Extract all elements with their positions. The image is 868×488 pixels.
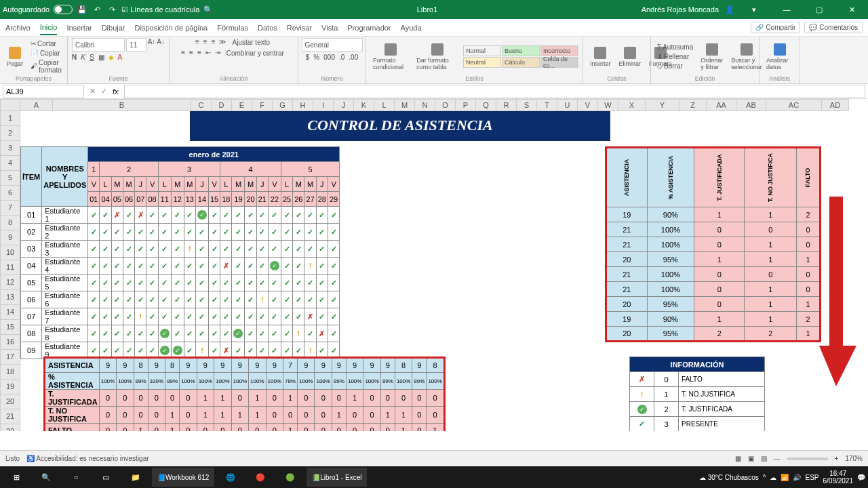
row-header[interactable]: 11	[0, 260, 20, 275]
maximize-icon[interactable]: ▢	[806, 0, 833, 19]
redo-icon[interactable]: ↷	[106, 4, 117, 15]
col-header[interactable]: F	[252, 99, 273, 111]
comments-button[interactable]: 💬 Comentarios	[804, 22, 863, 33]
paste-button[interactable]: Pegar	[4, 45, 26, 68]
col-header[interactable]: L	[374, 99, 395, 111]
fx-accept-icon[interactable]: ✓	[98, 87, 110, 96]
col-header[interactable]: R	[496, 99, 517, 111]
row-header[interactable]: 2	[0, 126, 20, 141]
app-icon[interactable]: 🟢	[277, 468, 304, 487]
analyze-button[interactable]: Analizar datos	[764, 42, 795, 72]
row-header[interactable]: 9	[0, 230, 20, 245]
menu-ayuda[interactable]: Ayuda	[401, 24, 422, 32]
menu-insertar[interactable]: Insertar	[66, 24, 92, 32]
col-header[interactable]: S	[517, 99, 537, 111]
row-header[interactable]: 18	[0, 365, 20, 380]
taskbar-excel[interactable]: 📗 Libro1 - Excel	[307, 468, 367, 487]
autosum-button[interactable]: Σ Autosuma	[655, 43, 695, 52]
task-view-icon[interactable]: ▭	[92, 468, 119, 487]
spreadsheet-grid[interactable]: ABCDEFGHIJKLMNOPQRSTUVWXYZAAABACAD 12345…	[0, 99, 868, 431]
name-box[interactable]: AL39	[3, 85, 84, 98]
minimize-icon[interactable]: —	[773, 0, 800, 19]
zoom-level[interactable]: 170%	[845, 455, 863, 462]
menu-programador[interactable]: Programador	[347, 24, 391, 32]
menu-formulas[interactable]: Fórmulas	[217, 24, 248, 32]
col-header[interactable]: Y	[646, 99, 679, 111]
status-accessibility[interactable]: ♿ Accesibilidad: es necesario investigar	[26, 455, 149, 462]
save-icon[interactable]: 💾	[77, 4, 87, 15]
zoom-slider[interactable]	[787, 458, 828, 460]
zoom-in-icon[interactable]: +	[835, 455, 839, 462]
tray-up-icon[interactable]: ^	[763, 474, 766, 481]
row-header[interactable]: 7	[0, 201, 20, 216]
cut-button[interactable]: ✂ Cortar	[28, 39, 64, 48]
row-header[interactable]: 17	[0, 350, 20, 365]
menu-inicio[interactable]: Inicio	[40, 23, 58, 35]
fill-color-button[interactable]: ◆	[108, 54, 114, 61]
italic-button[interactable]: K	[81, 54, 85, 61]
col-header[interactable]: I	[313, 99, 334, 111]
col-header[interactable]: W	[598, 99, 618, 111]
col-header[interactable]: B	[53, 99, 191, 111]
chrome-icon[interactable]: 🔴	[247, 468, 274, 487]
menu-revisar[interactable]: Revisar	[287, 24, 312, 32]
col-header[interactable]: E	[232, 99, 252, 111]
row-header[interactable]: 10	[0, 245, 20, 260]
border-button[interactable]: ▦	[98, 54, 104, 61]
ribbon-options-icon[interactable]: ▾	[741, 0, 768, 19]
col-header[interactable]: D	[212, 99, 232, 111]
col-header[interactable]: P	[456, 99, 476, 111]
row-header[interactable]: 4	[0, 156, 20, 171]
menu-disposicion[interactable]: Disposición de página	[135, 24, 208, 32]
row-header[interactable]: 20	[0, 394, 20, 409]
col-header[interactable]: X	[618, 99, 646, 111]
row-header[interactable]: 8	[0, 216, 20, 230]
row-header[interactable]: 5	[0, 171, 20, 186]
row-header[interactable]: 3	[0, 141, 20, 156]
insert-cells-button[interactable]: Insertar	[587, 45, 614, 68]
row-header[interactable]: 1	[0, 111, 20, 126]
col-header[interactable]: Q	[476, 99, 496, 111]
col-header[interactable]: O	[435, 99, 456, 111]
col-header[interactable]: Z	[679, 99, 707, 111]
autosave-toggle[interactable]	[54, 5, 73, 14]
row-header[interactable]: 16	[0, 335, 20, 350]
tray-clock[interactable]: 16:476/09/2021	[823, 470, 854, 485]
format-painter-button[interactable]: 🖌 Copiar formato	[28, 58, 64, 75]
row-header[interactable]: 13	[0, 290, 20, 305]
col-header[interactable]: T	[537, 99, 557, 111]
underline-button[interactable]: S	[90, 54, 94, 61]
weather-widget[interactable]: ☁ 30°C Chubascos	[699, 474, 759, 481]
col-header[interactable]: V	[578, 99, 598, 111]
font-size[interactable]: 11	[126, 38, 146, 52]
start-button[interactable]: ⊞	[3, 468, 30, 487]
row-header[interactable]: 15	[0, 320, 20, 335]
tray-notifications-icon[interactable]: 💬	[857, 474, 865, 481]
menu-datos[interactable]: Datos	[258, 24, 277, 32]
view-layout-icon[interactable]: ▣	[748, 455, 754, 462]
col-header[interactable]: AC	[766, 99, 822, 111]
format-table-button[interactable]: Dar formato como tabla	[414, 42, 460, 72]
col-header[interactable]: H	[293, 99, 313, 111]
share-button[interactable]: 🔗 Compartir	[751, 22, 800, 33]
col-header[interactable]: A	[20, 99, 53, 111]
row-header[interactable]: 12	[0, 275, 20, 290]
search-taskbar-icon[interactable]: 🔍	[33, 468, 60, 487]
user-avatar[interactable]: 👤	[724, 4, 735, 15]
row-header[interactable]: 22	[0, 424, 20, 431]
close-icon[interactable]: ✕	[838, 0, 865, 19]
menu-vista[interactable]: Vista	[321, 24, 338, 32]
user-name[interactable]: Andrés Rojas Moncada	[642, 5, 719, 14]
copy-button[interactable]: 📄 Copiar	[28, 49, 64, 58]
col-header[interactable]: U	[557, 99, 578, 111]
menu-archivo[interactable]: Archivo	[5, 24, 31, 32]
fx-cancel-icon[interactable]: ✕	[87, 87, 98, 96]
col-header[interactable]: K	[354, 99, 374, 111]
col-header[interactable]: J	[334, 99, 354, 111]
font-name[interactable]: Calibri	[72, 38, 125, 52]
row-header[interactable]: 14	[0, 305, 20, 320]
col-header[interactable]: N	[415, 99, 435, 111]
fill-button[interactable]: ⬇ Rellenar	[655, 52, 695, 61]
menu-dibujar[interactable]: Dibujar	[102, 24, 125, 32]
number-format[interactable]: General	[302, 38, 363, 52]
